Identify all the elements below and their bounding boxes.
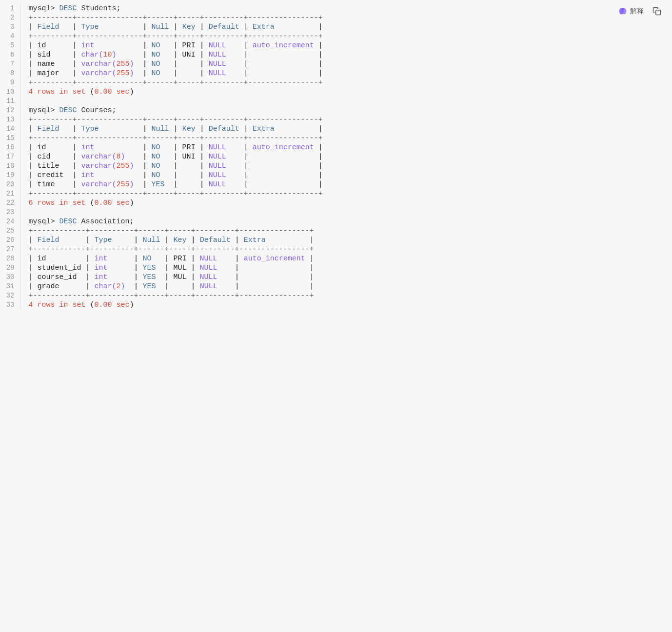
table-row: 31| grade | char(2) | YES | | NULL | |	[0, 282, 672, 291]
table-row: 23	[0, 208, 672, 217]
line-content: +---------+---------------+------+-----+…	[20, 115, 672, 124]
line-number: 25	[0, 226, 20, 236]
line-number: 26	[0, 236, 20, 245]
line-content: | grade | char(2) | YES | | NULL | |	[20, 282, 672, 291]
table-row: 19| credit | int | NO | | NULL | |	[0, 171, 672, 180]
line-number: 1	[0, 4, 20, 13]
line-content: 4 rows in set (0.00 sec)	[20, 87, 672, 97]
table-row: 26| Field | Type | Null | Key | Default …	[0, 236, 672, 245]
toolbar: 解释	[614, 5, 664, 18]
line-content: | course_id | int | YES | MUL | NULL | |	[20, 273, 672, 282]
line-number: 10	[0, 87, 20, 97]
table-row: 32+------------+----------+------+-----+…	[0, 291, 672, 300]
table-row: 29| student_id | int | YES | MUL | NULL …	[0, 263, 672, 273]
line-number: 17	[0, 152, 20, 161]
line-number: 5	[0, 41, 20, 50]
table-row: 14| Field | Type | Null | Key | Default …	[0, 124, 672, 134]
table-row: 21+---------+---------------+------+----…	[0, 189, 672, 198]
table-row: 8| major | varchar(255) | NO | | NULL | …	[0, 69, 672, 78]
brain-icon	[617, 6, 628, 17]
code-table: 1mysql> DESC Students;2+---------+------…	[0, 4, 672, 310]
table-row: 226 rows in set (0.00 sec)	[0, 198, 672, 208]
table-row: 1mysql> DESC Students;	[0, 4, 672, 13]
line-content: | cid | varchar(8) | NO | UNI | NULL | |	[20, 152, 672, 161]
table-row: 15+---------+---------------+------+----…	[0, 134, 672, 143]
line-content: +---------+---------------+------+-----+…	[20, 134, 672, 143]
line-content	[20, 97, 672, 106]
copy-button[interactable]	[650, 6, 664, 17]
line-number: 2	[0, 13, 20, 22]
table-row: 13+---------+---------------+------+----…	[0, 115, 672, 124]
line-content: +------------+----------+------+-----+--…	[20, 245, 672, 254]
table-row: 334 rows in set (0.00 sec)	[0, 300, 672, 310]
table-row: 11	[0, 97, 672, 106]
line-number: 31	[0, 282, 20, 291]
table-row: 104 rows in set (0.00 sec)	[0, 87, 672, 97]
table-row: 18| title | varchar(255) | NO | | NULL |…	[0, 161, 672, 171]
svg-point-2	[621, 8, 624, 11]
line-content: 4 rows in set (0.00 sec)	[20, 300, 672, 310]
line-content: +------------+----------+------+-----+--…	[20, 226, 672, 236]
line-content: | name | varchar(255) | NO | | NULL | |	[20, 59, 672, 69]
line-content: +------------+----------+------+-----+--…	[20, 291, 672, 300]
line-content: | title | varchar(255) | NO | | NULL | |	[20, 161, 672, 171]
line-number: 33	[0, 300, 20, 310]
line-number: 22	[0, 198, 20, 208]
table-row: 17| cid | varchar(8) | NO | UNI | NULL |…	[0, 152, 672, 161]
table-row: 30| course_id | int | YES | MUL | NULL |…	[0, 273, 672, 282]
line-number: 24	[0, 217, 20, 226]
line-number: 28	[0, 254, 20, 263]
line-number: 32	[0, 291, 20, 300]
line-number: 13	[0, 115, 20, 124]
line-content: | time | varchar(255) | YES | | NULL | |	[20, 180, 672, 189]
table-row: 24mysql> DESC Association;	[0, 217, 672, 226]
line-number: 7	[0, 59, 20, 69]
line-number: 9	[0, 78, 20, 87]
line-content: | credit | int | NO | | NULL | |	[20, 171, 672, 180]
table-row: 20| time | varchar(255) | YES | | NULL |…	[0, 180, 672, 189]
table-row: 27+------------+----------+------+-----+…	[0, 245, 672, 254]
line-number: 18	[0, 161, 20, 171]
table-row: 5| id | int | NO | PRI | NULL | auto_inc…	[0, 41, 672, 50]
table-row: 9+---------+---------------+------+-----…	[0, 78, 672, 87]
line-content: +---------+---------------+------+-----+…	[20, 13, 672, 22]
table-row: 12mysql> DESC Courses;	[0, 106, 672, 115]
line-content: | Field | Type | Null | Key | Default | …	[20, 22, 672, 32]
line-content: 6 rows in set (0.00 sec)	[20, 198, 672, 208]
line-number: 23	[0, 208, 20, 217]
line-number: 6	[0, 50, 20, 59]
main-container: 解释 1mysql> DESC Students;2+---------+---…	[0, 0, 672, 632]
table-row: 2+---------+---------------+------+-----…	[0, 13, 672, 22]
line-content: | id | int | NO | PRI | NULL | auto_incr…	[20, 254, 672, 263]
line-number: 8	[0, 69, 20, 78]
code-block: 解释 1mysql> DESC Students;2+---------+---…	[0, 0, 672, 314]
table-row: 4+---------+---------------+------+-----…	[0, 32, 672, 41]
line-number: 21	[0, 189, 20, 198]
table-row: 3| Field | Type | Null | Key | Default |…	[0, 22, 672, 32]
line-number: 15	[0, 134, 20, 143]
line-content: mysql> DESC Association;	[20, 217, 672, 226]
line-content: +---------+---------------+------+-----+…	[20, 78, 672, 87]
table-row: 7| name | varchar(255) | NO | | NULL | |	[0, 59, 672, 69]
line-content: | id | int | NO | PRI | NULL | auto_incr…	[20, 41, 672, 50]
line-number: 3	[0, 22, 20, 32]
line-content: | sid | char(10) | NO | UNI | NULL | |	[20, 50, 672, 59]
line-number: 20	[0, 180, 20, 189]
line-number: 30	[0, 273, 20, 282]
table-row: 28| id | int | NO | PRI | NULL | auto_in…	[0, 254, 672, 263]
table-row: 6| sid | char(10) | NO | UNI | NULL | |	[0, 50, 672, 59]
line-number: 4	[0, 32, 20, 41]
line-number: 27	[0, 245, 20, 254]
line-number: 11	[0, 97, 20, 106]
line-content: | id | int | NO | PRI | NULL | auto_incr…	[20, 143, 672, 152]
line-number: 16	[0, 143, 20, 152]
line-number: 19	[0, 171, 20, 180]
table-row: 25+------------+----------+------+-----+…	[0, 226, 672, 236]
explain-button[interactable]: 解释	[614, 5, 647, 18]
table-row: 16| id | int | NO | PRI | NULL | auto_in…	[0, 143, 672, 152]
line-content: | major | varchar(255) | NO | | NULL | |	[20, 69, 672, 78]
line-content: mysql> DESC Students;	[20, 4, 672, 13]
line-number: 29	[0, 263, 20, 273]
line-content: +---------+---------------+------+-----+…	[20, 32, 672, 41]
svg-rect-3	[656, 10, 661, 15]
